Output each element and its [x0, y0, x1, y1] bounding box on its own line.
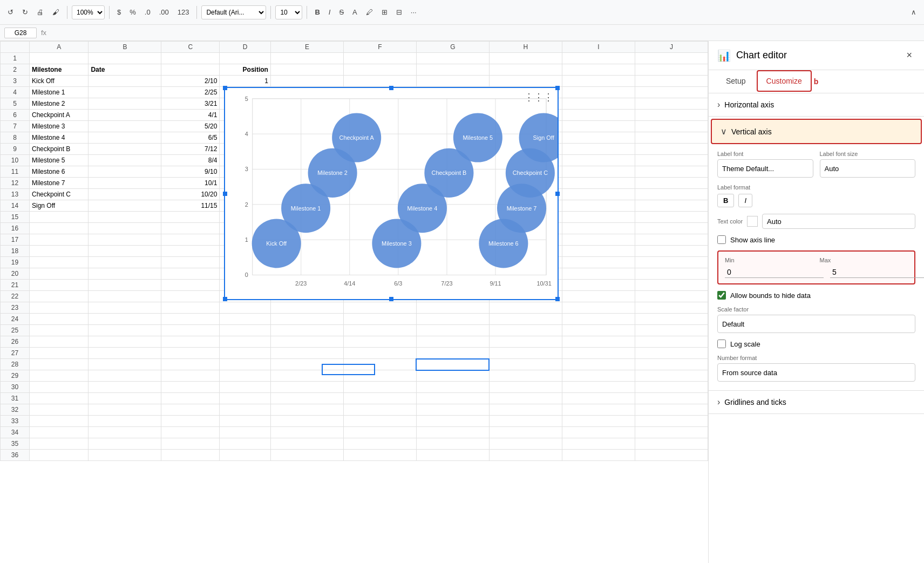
cell-r35ch[interactable] — [489, 438, 562, 450]
cell-r6cj[interactable] — [635, 110, 708, 121]
cell-r12ci[interactable] — [562, 178, 635, 189]
cell-r35cg[interactable] — [416, 438, 489, 450]
resize-bl[interactable] — [223, 297, 227, 301]
cell-r17cc[interactable] — [161, 234, 220, 246]
italic-button[interactable]: I — [325, 6, 334, 18]
cell-r27cd[interactable] — [220, 348, 271, 359]
cell-r32ci[interactable] — [562, 404, 635, 416]
cell-r32cg[interactable] — [416, 404, 489, 416]
cell-r1ci[interactable] — [562, 53, 635, 64]
cell-r27cg[interactable] — [416, 348, 489, 359]
decimal00-button[interactable]: .00 — [156, 6, 172, 18]
cell-r1cc[interactable] — [161, 53, 220, 64]
cell-r28cd[interactable] — [220, 359, 271, 370]
chart-more-options[interactable]: ⋮⋮⋮ — [524, 91, 553, 103]
paint-format-button[interactable]: 🖌 — [49, 6, 63, 18]
cell-r27cf[interactable] — [343, 348, 416, 359]
cell-r7cb[interactable] — [89, 121, 161, 132]
cell-r1cj[interactable] — [635, 53, 708, 64]
cell-r36ch[interactable] — [489, 450, 562, 461]
font-select[interactable]: Default (Ari... — [201, 5, 266, 19]
cell-r2cg[interactable] — [416, 64, 489, 76]
cell-r36ca[interactable] — [30, 450, 89, 461]
cell-r3ch[interactable] — [489, 76, 562, 87]
cell-r22cj[interactable] — [635, 291, 708, 302]
cell-r11ca[interactable]: Milestone 6 — [30, 166, 89, 178]
log-scale-checkbox[interactable] — [717, 340, 726, 348]
cell-r30ce[interactable] — [270, 382, 343, 393]
cell-r16cj[interactable] — [635, 223, 708, 234]
cell-r24cc[interactable] — [161, 314, 220, 325]
spreadsheet[interactable]: A B C D E F G H I J 12MilestoneDatePosit… — [0, 41, 708, 563]
cell-r30ci[interactable] — [562, 382, 635, 393]
label-font-select[interactable]: Theme Default... — [717, 159, 813, 178]
cell-r36cc[interactable] — [161, 450, 220, 461]
cell-r31ci[interactable] — [562, 393, 635, 404]
cell-r35cj[interactable] — [635, 438, 708, 450]
merge-button[interactable]: ⊟ — [393, 6, 405, 18]
print-button[interactable]: 🖨 — [33, 6, 47, 18]
cell-r25cc[interactable] — [161, 325, 220, 336]
cell-r34cd[interactable] — [220, 427, 271, 438]
cell-r21cc[interactable] — [161, 280, 220, 291]
cell-r18ci[interactable] — [562, 246, 635, 257]
cell-r34ca[interactable] — [30, 427, 89, 438]
max-value-input[interactable] — [830, 267, 924, 278]
highlight-color-button[interactable]: 🖊 — [363, 6, 376, 18]
cell-r1cd[interactable] — [220, 53, 271, 64]
cell-r10cb[interactable] — [89, 155, 161, 166]
borders-button[interactable]: ⊞ — [378, 6, 391, 18]
cell-r6cb[interactable] — [89, 110, 161, 121]
cell-r4cc[interactable]: 2/25 — [161, 87, 220, 98]
cell-r30ch[interactable] — [489, 382, 562, 393]
resize-br[interactable] — [555, 297, 560, 301]
cell-r36cj[interactable] — [635, 450, 708, 461]
cell-r3cc[interactable]: 2/10 — [161, 76, 220, 87]
cell-r13cj[interactable] — [635, 189, 708, 200]
selected-cell-g28[interactable] — [322, 364, 375, 375]
cell-r2cj[interactable] — [635, 64, 708, 76]
cell-r9cj[interactable] — [635, 144, 708, 155]
cell-r9ca[interactable]: Checkpoint B — [30, 144, 89, 155]
cell-r3ca[interactable]: Kick Off — [30, 76, 89, 87]
cell-r22cc[interactable] — [161, 291, 220, 302]
cell-r1cg[interactable] — [416, 53, 489, 64]
panel-close-button[interactable]: × — [903, 49, 915, 62]
cell-r27ce[interactable] — [270, 348, 343, 359]
cell-r27ci[interactable] — [562, 348, 635, 359]
cell-r6cc[interactable]: 4/1 — [161, 110, 220, 121]
cell-r27ch[interactable] — [489, 348, 562, 359]
cell-r2cc[interactable] — [161, 64, 220, 76]
cell-r32ca[interactable] — [30, 404, 89, 416]
cell-r26ch[interactable] — [489, 336, 562, 348]
cell-r9ci[interactable] — [562, 144, 635, 155]
cell-r24ch[interactable] — [489, 314, 562, 325]
cell-r2ci[interactable] — [562, 64, 635, 76]
cell-r6ca[interactable]: Checkpoint A — [30, 110, 89, 121]
cell-r5cj[interactable] — [635, 98, 708, 110]
cell-r33cb[interactable] — [89, 416, 161, 427]
cell-r10cj[interactable] — [635, 155, 708, 166]
cell-r12cc[interactable]: 10/1 — [161, 178, 220, 189]
cell-r14cb[interactable] — [89, 200, 161, 212]
cell-r3cg[interactable] — [416, 76, 489, 87]
bold-button[interactable]: B — [311, 6, 323, 18]
cell-r36cf[interactable] — [343, 450, 416, 461]
cell-r34cc[interactable] — [161, 427, 220, 438]
cell-r3ci[interactable] — [562, 76, 635, 87]
cell-r16cb[interactable] — [89, 223, 161, 234]
collapse-button[interactable]: ∧ — [908, 6, 920, 18]
cell-r14cc[interactable]: 11/15 — [161, 200, 220, 212]
cell-r26cg[interactable] — [416, 336, 489, 348]
cell-r12cj[interactable] — [635, 178, 708, 189]
font-size-select[interactable]: 10 — [275, 5, 302, 19]
cell-r25cf[interactable] — [343, 325, 416, 336]
resize-mr[interactable] — [555, 192, 560, 196]
cell-r32cj[interactable] — [635, 404, 708, 416]
italic-format-btn[interactable]: I — [738, 194, 752, 207]
cell-r8cb[interactable] — [89, 132, 161, 144]
cell-r26ce[interactable] — [270, 336, 343, 348]
zoom-select[interactable]: 100% — [72, 5, 105, 19]
cell-r31ca[interactable] — [30, 393, 89, 404]
cell-r7ca[interactable]: Milestone 3 — [30, 121, 89, 132]
